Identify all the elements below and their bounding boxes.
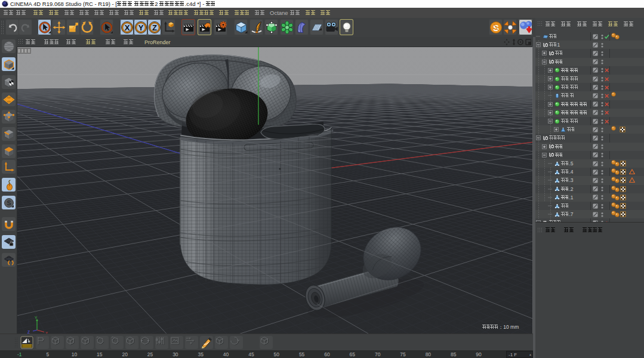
svg-text:X: X <box>124 23 130 32</box>
svg-text:Y: Y <box>35 316 38 320</box>
svg-text:Z: Z <box>152 23 157 32</box>
svg-text:Y: Y <box>138 23 143 32</box>
svg-text:S: S <box>7 199 11 206</box>
svg-text:a: a <box>28 339 30 344</box>
